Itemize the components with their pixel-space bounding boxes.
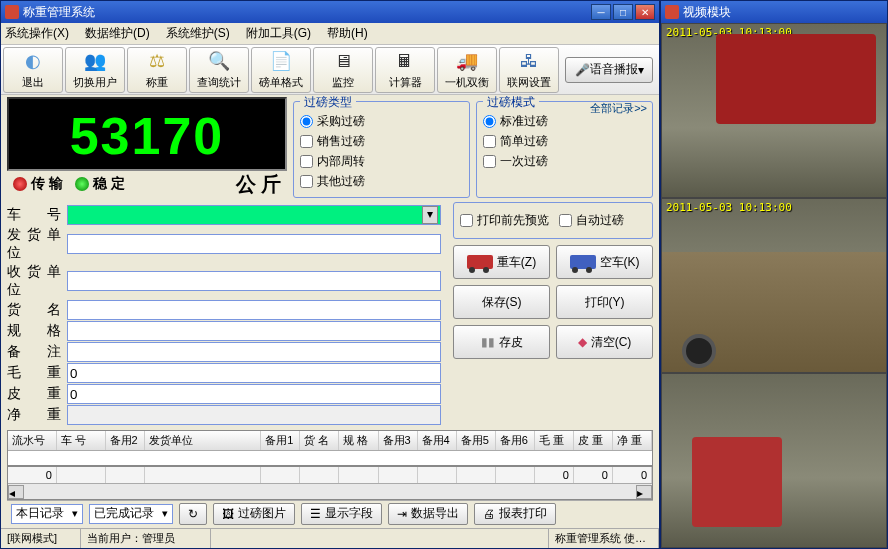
video-title: 视频模块 [683,4,731,21]
col-header[interactable]: 备用5 [457,431,496,450]
footer-cell: 0 [535,467,574,483]
tool-exit[interactable]: ◐退出 [3,47,63,93]
tool-monitor[interactable]: 🖥监控 [313,47,373,93]
col-header[interactable]: 发货单位 [145,431,262,450]
maximize-button[interactable]: □ [613,4,633,20]
minimize-button[interactable]: ─ [591,4,611,20]
footer-cell [418,467,457,483]
store-tare-button[interactable]: ▮▮存皮 [453,325,550,359]
col-header[interactable]: 货 名 [300,431,339,450]
refresh-button[interactable]: ↻ [179,503,207,525]
vehicle-combo[interactable]: ▾ [67,205,441,225]
radio-standard[interactable] [483,115,496,128]
menu-tools[interactable]: 附加工具(G) [246,25,311,42]
tare-input[interactable] [67,384,441,404]
footer-cell: 0 [613,467,652,483]
menu-data[interactable]: 数据维护(D) [85,25,150,42]
empty-vehicle-button[interactable]: 空车(K) [556,245,653,279]
net-input [67,405,441,425]
sender-input[interactable] [67,234,441,254]
video-app-icon [665,5,679,19]
weigh-mode-group: 过磅模式 标准过磅 简单过磅 一次过磅 [476,101,653,198]
footer-cell [106,467,145,483]
note-input[interactable] [67,342,441,362]
receiver-input[interactable] [67,271,441,291]
col-header[interactable]: 规 格 [339,431,378,450]
tool-calculator[interactable]: 🖩计算器 [375,47,435,93]
col-header[interactable]: 净 重 [613,431,652,450]
menu-sys-maint[interactable]: 系统维护(S) [166,25,230,42]
col-header[interactable]: 备用1 [261,431,300,450]
main-titlebar[interactable]: 称重管理系统 ─ □ ✕ [1,1,659,23]
footer-cell: 0 [8,467,57,483]
col-header[interactable]: 备用4 [418,431,457,450]
stable-label: 稳 定 [93,175,125,193]
video-titlebar[interactable]: 视频模块 [661,1,887,23]
col-header[interactable]: 毛 重 [535,431,574,450]
footer-cell [300,467,339,483]
radio-purchase[interactable] [300,115,313,128]
voice-broadcast-button[interactable]: 🎤 语音播报 ▾ [565,57,653,83]
camera-feed-3[interactable] [661,373,887,548]
check-simple[interactable] [483,135,496,148]
footer-cell [457,467,496,483]
col-header[interactable]: 车 号 [57,431,106,450]
menu-help[interactable]: 帮助(H) [327,25,368,42]
footer-cell [496,467,535,483]
weigh-type-group: 过磅类型 采购过磅 销售过磅 内部周转 其他过磅 [293,101,470,198]
show-fields-button[interactable]: ☰ 显示字段 [301,503,382,525]
check-other[interactable] [300,175,313,188]
footer-cell: 0 [574,467,613,483]
status-bar: [联网模式] 当前用户：管理员 称重管理系统 使… [1,528,659,548]
today-records-combo[interactable]: 本日记录 [11,504,83,524]
spec-input[interactable] [67,321,441,341]
camera-feed-2[interactable]: 2011-05-03 10:13:00 [661,198,887,373]
main-window: 称重管理系统 ─ □ ✕ 系统操作(X) 数据维护(D) 系统维护(S) 附加工… [0,0,660,549]
report-print-button[interactable]: 🖨 报表打印 [474,503,556,525]
clear-button[interactable]: ◆清空(C) [556,325,653,359]
records-table[interactable]: 流水号车 号备用2发货单位备用1货 名规 格备用3备用4备用5备用6毛 重皮 重… [7,430,653,500]
tool-switch-user[interactable]: 👥切换用户 [65,47,125,93]
check-once[interactable] [483,155,496,168]
check-auto[interactable] [559,214,572,227]
footer-cell [145,467,262,483]
red-truck-icon [467,255,493,269]
done-records-combo[interactable]: 已完成记录 [89,504,173,524]
toolbar: ◐退出 👥切换用户 ⚖称重 🔍查询统计 📄磅单格式 🖥监控 🖩计算器 🚚一机双衡… [1,45,659,95]
unit-label: 公 斤 [125,171,281,198]
tool-ticket-format[interactable]: 📄磅单格式 [251,47,311,93]
check-internal[interactable] [300,155,313,168]
col-header[interactable]: 备用6 [496,431,535,450]
footer-cell [379,467,418,483]
export-button[interactable]: ⇥ 数据导出 [388,503,468,525]
heavy-vehicle-button[interactable]: 重车(Z) [453,245,550,279]
goods-input[interactable] [67,300,441,320]
col-header[interactable]: 皮 重 [574,431,613,450]
check-sales[interactable] [300,135,313,148]
menubar: 系统操作(X) 数据维护(D) 系统维护(S) 附加工具(G) 帮助(H) [1,23,659,45]
tool-dual-scale[interactable]: 🚚一机双衡 [437,47,497,93]
gross-input[interactable] [67,363,441,383]
horizontal-scrollbar[interactable]: ◂▸ [8,483,652,499]
weigh-image-button[interactable]: 🖼 过磅图片 [213,503,295,525]
check-preview[interactable] [460,214,473,227]
footer-cell [339,467,378,483]
menu-system-op[interactable]: 系统操作(X) [5,25,69,42]
app-icon [5,5,19,19]
weight-display: 53170 [7,97,287,171]
cam2-osd: 2011-05-03 10:13:00 [666,201,792,214]
transfer-led [13,177,27,191]
print-button[interactable]: 打印(Y) [556,285,653,319]
camera-feed-1[interactable]: 2011-05-03 10:13:00 [661,23,887,198]
save-button[interactable]: 保存(S) [453,285,550,319]
close-button[interactable]: ✕ [635,4,655,20]
col-header[interactable]: 流水号 [8,431,57,450]
footer-cell [57,467,106,483]
tool-network[interactable]: 🖧联网设置 [499,47,559,93]
col-header[interactable]: 备用2 [106,431,145,450]
footer-cell [261,467,300,483]
tool-weigh[interactable]: ⚖称重 [127,47,187,93]
main-title: 称重管理系统 [23,4,95,21]
tool-query[interactable]: 🔍查询统计 [189,47,249,93]
col-header[interactable]: 备用3 [379,431,418,450]
